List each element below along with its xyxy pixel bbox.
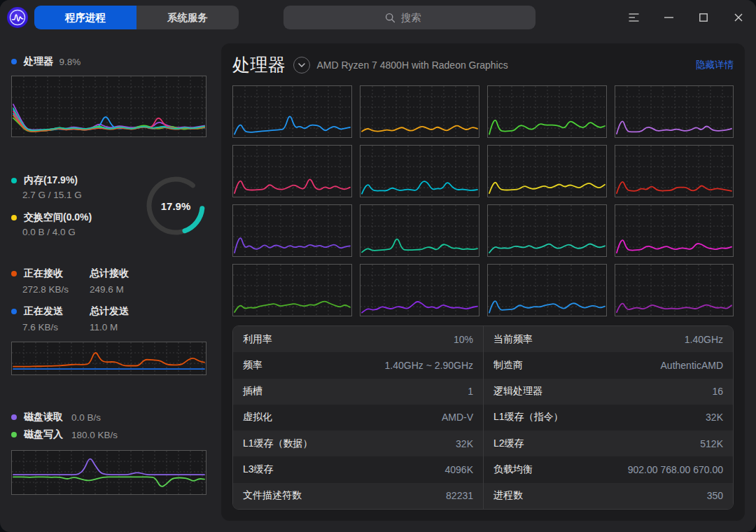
swap-bullet-icon — [11, 215, 17, 220]
net-recv-bullet-icon — [11, 271, 17, 276]
menu-icon — [629, 13, 639, 22]
cpu-core-chart-9 — [232, 204, 352, 257]
detail-value: 1.40GHz — [685, 334, 723, 345]
memory-bullet-icon — [11, 178, 17, 183]
menu-button[interactable] — [616, 0, 651, 35]
detail-value: 1 — [468, 386, 473, 397]
detail-label: 当前频率 — [493, 333, 533, 346]
cpu-core-chart-11 — [487, 204, 607, 257]
disk-write-bullet-icon — [11, 432, 17, 438]
net-send-label: 正在发送 — [24, 305, 63, 318]
net-recv-total-value: 249.6 M — [90, 284, 221, 295]
swap-usage: 0.0 B / 4.0 G — [22, 227, 136, 237]
app-window: 程序进程 系统服务 — [0, 0, 756, 532]
detail-label: L3缓存 — [243, 463, 274, 476]
tab-processes[interactable]: 程序进程 — [34, 6, 136, 29]
disk-write-value: 180.0 KB/s — [71, 430, 118, 440]
table-row: 进程数350 — [484, 483, 733, 509]
sidebar-item-disk[interactable]: 磁盘读取 0.0 B/s 磁盘写入 180.0 KB/s — [11, 411, 221, 495]
net-send-total-label: 总计发送 — [90, 305, 221, 318]
minimize-button[interactable] — [651, 0, 686, 35]
detail-label: L1缓存（数据） — [243, 438, 313, 450]
window-controls — [616, 0, 756, 35]
collapse-button[interactable] — [293, 57, 310, 74]
net-recv-value: 272.8 KB/s — [22, 284, 90, 295]
detail-value: 4096K — [445, 464, 473, 475]
table-row: L3缓存4096K — [233, 456, 483, 482]
core-charts-grid — [232, 85, 734, 316]
detail-label: 虚拟化 — [243, 411, 272, 424]
net-recv-label: 正在接收 — [24, 267, 63, 280]
app-logo-icon — [6, 6, 29, 29]
detail-label: 利用率 — [243, 333, 272, 346]
detail-value: 512K — [700, 438, 723, 449]
view-tabs: 程序进程 系统服务 — [34, 6, 239, 29]
sidebar-item-cpu[interactable]: 处理器 9.8% — [11, 55, 221, 137]
disk-write-label: 磁盘写入 — [24, 428, 63, 441]
panel-title: 处理器 — [232, 53, 286, 76]
memory-ring-gauge: 17.9% — [144, 174, 207, 237]
sidebar-item-network[interactable]: 正在接收 总计接收 272.8 KB/s 249.6 M 正在发送 总计发送 7… — [11, 267, 221, 375]
cpu-core-chart-2 — [360, 85, 479, 138]
cpu-core-chart-4 — [615, 85, 734, 138]
disk-read-label: 磁盘读取 — [24, 411, 63, 424]
cpu-percent: 9.8% — [59, 57, 80, 67]
detail-label: 逻辑处理器 — [493, 385, 542, 398]
table-row: 虚拟化AMD-V — [233, 405, 483, 430]
table-row: 制造商AuthenticAMD — [484, 352, 733, 378]
detail-value: 16 — [712, 386, 723, 397]
close-icon — [734, 13, 743, 22]
table-row: 负载均衡902.00 768.00 670.00 — [484, 456, 733, 482]
net-recv-total-label: 总计接收 — [90, 267, 221, 280]
detail-label: 制造商 — [493, 359, 523, 372]
sidebar: 处理器 9.8% 内存(17.9%) 2.7 G / 15.1 G 交换空间(0… — [0, 35, 221, 532]
detail-label: 插槽 — [243, 385, 262, 398]
detail-label: L2缓存 — [493, 438, 524, 450]
cpu-label: 处理器 — [24, 55, 53, 68]
tab-services[interactable]: 系统服务 — [136, 6, 239, 29]
detail-value: 350 — [707, 490, 723, 501]
detail-label: L1缓存（指令） — [493, 411, 564, 424]
hide-details-link[interactable]: 隐藏详情 — [696, 59, 734, 71]
detail-value: 10% — [454, 334, 473, 345]
cpu-core-chart-14 — [360, 264, 479, 316]
chevron-down-icon — [298, 63, 305, 67]
cpu-core-chart-3 — [487, 85, 607, 138]
close-button[interactable] — [721, 0, 756, 35]
cpu-details-table: 利用率10%频率1.40GHz ~ 2.90GHz插槽1虚拟化AMD-VL1缓存… — [232, 326, 734, 510]
search-box[interactable] — [284, 6, 536, 29]
memory-ring-percent: 17.9% — [144, 174, 207, 237]
cpu-core-chart-16 — [615, 264, 734, 316]
table-row: 逻辑处理器16 — [484, 379, 733, 405]
detail-value: 1.40GHz ~ 2.90GHz — [385, 360, 473, 371]
maximize-button[interactable] — [686, 0, 721, 35]
cpu-bullet-icon — [11, 59, 17, 64]
memory-usage: 2.7 G / 15.1 G — [22, 190, 136, 200]
minimize-icon — [664, 17, 673, 18]
cpu-core-chart-6 — [360, 145, 479, 197]
sidebar-item-memory[interactable]: 内存(17.9%) 2.7 G / 15.1 G 交换空间(0.0%) 0.0 … — [11, 174, 221, 237]
cpu-core-chart-12 — [615, 204, 734, 257]
cpu-core-chart-1 — [232, 85, 352, 138]
cpu-detail-panel: 处理器 AMD Ryzen 7 4800H with Radeon Graphi… — [221, 43, 745, 521]
net-send-total-value: 11.0 M — [90, 322, 221, 332]
detail-value: 902.00 768.00 670.00 — [628, 464, 723, 475]
disk-history-chart — [11, 450, 206, 495]
cpu-model: AMD Ryzen 7 4800H with Radeon Graphics — [317, 59, 508, 71]
swap-label: 交换空间(0.0%) — [24, 211, 92, 224]
table-row: L1缓存（数据）32K — [233, 430, 483, 456]
network-history-chart — [11, 342, 206, 375]
detail-value: AuthenticAMD — [661, 360, 723, 371]
detail-label: 文件描述符数 — [243, 489, 302, 502]
search-input[interactable] — [400, 11, 435, 24]
search-icon — [385, 13, 396, 23]
cpu-core-chart-15 — [487, 264, 607, 316]
detail-value: 82231 — [446, 490, 473, 501]
cpu-history-chart — [11, 76, 206, 137]
detail-label: 负载均衡 — [493, 463, 533, 476]
table-row: L2缓存512K — [484, 430, 733, 456]
cpu-core-chart-5 — [232, 145, 352, 197]
table-row: L1缓存（指令）32K — [484, 405, 733, 430]
cpu-core-chart-8 — [615, 145, 734, 197]
detail-label: 频率 — [243, 359, 262, 372]
